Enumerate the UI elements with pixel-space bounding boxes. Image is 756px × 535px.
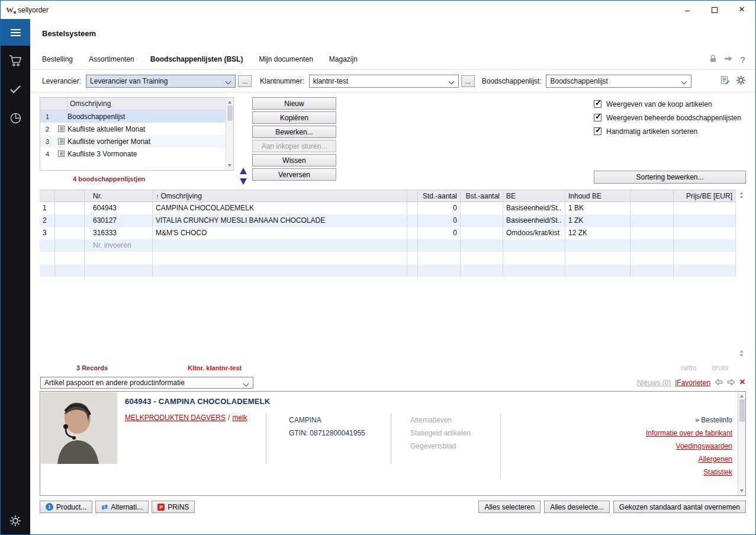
column-pin-top-icon[interactable] xyxy=(739,192,744,200)
alternatieven-button[interactable]: Alternati... xyxy=(95,501,149,513)
checkbox-beheerde-lijsten[interactable] xyxy=(594,114,601,121)
close-info-icon[interactable] xyxy=(739,379,745,387)
column-pin-bottom-icon[interactable] xyxy=(739,350,744,358)
checkbox-label: Weergeven van de koop artikelen xyxy=(606,100,712,108)
klantnummer-value: klantnr-test xyxy=(313,77,348,85)
klantnummer-select[interactable]: klantnr-test xyxy=(309,75,459,88)
nieuw-button[interactable]: Nieuw xyxy=(252,97,336,110)
cell-std-aantal[interactable]: 0 xyxy=(418,227,461,239)
tab-assortimenten[interactable]: Assortimenten xyxy=(89,55,134,63)
sortering-bewerken-button[interactable]: Sortering bewerken... xyxy=(594,171,746,184)
maximize-button[interactable] xyxy=(701,1,728,19)
checkbox-koop-artikelen[interactable] xyxy=(594,100,601,108)
cell-bst-aantal[interactable] xyxy=(461,227,503,239)
minimize-button[interactable] xyxy=(674,1,701,19)
boodschappenlijst-value: Boodschappenlijst xyxy=(550,77,607,85)
product-info-panel: 604943 - CAMPINA CHOCOLADEMELK MELKPRODU… xyxy=(40,391,746,496)
forward-arrow-icon[interactable] xyxy=(723,55,734,64)
article-row[interactable]: 3 316333 M&M'S CHOCO 0 Omdoos/krat/kist … xyxy=(40,227,736,239)
alles-selecteren-button[interactable]: Alles selecteren xyxy=(478,501,541,513)
info-view-select[interactable]: Artikel paspoort en andere productinform… xyxy=(40,377,253,389)
list-row[interactable]: 1 Boodschappenlijst xyxy=(40,110,233,123)
tab-mijn-documenten[interactable]: Mijn documenten xyxy=(259,55,313,63)
column-be[interactable]: BE xyxy=(503,190,565,201)
hamburger-menu-button[interactable] xyxy=(1,19,30,46)
product-button[interactable]: Product... xyxy=(40,501,92,513)
cell-bst-aantal[interactable] xyxy=(461,202,503,214)
prins-button[interactable]: PRiNS xyxy=(152,501,195,513)
bestelinfo-link[interactable]: » Bestelinfo xyxy=(501,414,732,427)
article-entry-row[interactable]: Nr. invoeren xyxy=(40,239,736,252)
column-omschrijving[interactable]: Omschrijving xyxy=(153,190,407,201)
allergenen-link[interactable]: Allergenen xyxy=(699,455,732,463)
article-row[interactable]: 2 630127 VITALIA CRUNCHY MUESLI BANAAN C… xyxy=(40,214,736,227)
column-bst-aantal[interactable]: Bst.-aantal xyxy=(461,190,503,201)
kopieren-button[interactable]: Kopiëren xyxy=(252,111,336,124)
bruto-label: bruto xyxy=(712,364,728,372)
gear-icon[interactable] xyxy=(736,75,746,87)
lock-icon[interactable] xyxy=(709,55,717,65)
leverancier-select[interactable]: Leverancier van Training xyxy=(86,75,236,88)
checkbox-handmatig-sorteren[interactable] xyxy=(594,127,601,135)
close-button[interactable] xyxy=(728,1,755,19)
cell-rownum: 2 xyxy=(40,214,55,227)
cell-bst-aantal[interactable] xyxy=(461,214,503,227)
column-std-aantal[interactable]: Std.-aantal xyxy=(418,190,461,201)
voedingswaarden-link[interactable]: Voedingswaarden xyxy=(676,442,732,450)
tab-magazijn[interactable]: Magazijn xyxy=(329,55,358,63)
column-inhoud-be[interactable]: Inhoud BE xyxy=(565,190,630,201)
leverancier-browse-button[interactable]: ... xyxy=(238,75,252,87)
lists-scrollbar[interactable] xyxy=(226,98,233,170)
column-prijs[interactable]: Prijs/BE [EUR] xyxy=(674,190,736,201)
category-link[interactable]: MELKPRODUKTEN DAGVERS xyxy=(125,414,226,422)
category-separator: / xyxy=(228,414,230,422)
favorieten-link[interactable]: Favorieten xyxy=(677,379,710,387)
settings-gear-icon[interactable] xyxy=(1,506,30,535)
cell-std-aantal[interactable]: 0 xyxy=(418,214,461,227)
move-up-button[interactable] xyxy=(240,168,247,174)
bewerken-button[interactable]: Bewerken... xyxy=(252,126,336,138)
next-arrow-icon[interactable] xyxy=(727,379,735,387)
move-down-button[interactable] xyxy=(240,178,247,185)
scroll-thumb[interactable] xyxy=(739,399,745,422)
tab-bestelling[interactable]: Bestelling xyxy=(42,55,73,63)
scroll-up-icon[interactable] xyxy=(228,101,231,104)
list-row[interactable]: 4 Kaufliste 3 Vormonate xyxy=(40,148,233,160)
tab-boodschappenlijsten[interactable]: Boodschappenlijsten (BSL) xyxy=(150,55,243,63)
wissen-button[interactable]: Wissen xyxy=(252,154,336,166)
alles-deselecteren-button[interactable]: Alles deselecte... xyxy=(544,501,610,513)
standaard-aantal-overnemen-button[interactable]: Gekozen standaard aantal overnemen xyxy=(613,501,746,513)
lists-section: Omschrijving 1 Boodschappenlijst 2 Kaufl… xyxy=(30,92,755,187)
prev-arrow-icon[interactable] xyxy=(715,379,723,387)
column-nr[interactable]: Nr. xyxy=(85,190,153,201)
scroll-down-icon[interactable] xyxy=(740,489,744,492)
list-row[interactable]: 3 Kaufliste vorheriger Monat xyxy=(40,135,233,148)
nieuws-link[interactable]: Nieuws (0) xyxy=(637,379,671,387)
verversen-button[interactable]: Verversen xyxy=(252,168,336,181)
scroll-thumb[interactable] xyxy=(227,105,233,121)
info-panel-scrollbar[interactable] xyxy=(738,392,745,495)
cell-std-aantal[interactable]: 0 xyxy=(418,202,461,214)
empty-row xyxy=(40,264,736,277)
product-title: 604943 - CAMPINA CHOCOLADEMELK xyxy=(125,397,738,406)
klantnummer-browse-button[interactable]: ... xyxy=(461,75,475,87)
article-row[interactable]: 1 604943 CAMPINA CHOCOLADEMELK 0 Basisee… xyxy=(40,202,736,214)
scroll-down-icon[interactable] xyxy=(228,164,231,167)
list-journal-icon xyxy=(54,126,67,132)
cell-rownum: 1 xyxy=(40,202,55,214)
help-icon[interactable] xyxy=(740,55,745,65)
lists-column-header[interactable]: Omschrijving xyxy=(67,100,111,108)
page-title: Bestelsysteem xyxy=(30,19,755,46)
edit-list-icon[interactable] xyxy=(720,75,730,87)
scroll-up-icon[interactable] xyxy=(740,395,744,398)
list-row[interactable]: 2 Kaufliste aktueller Monat xyxy=(40,123,233,135)
product-info-toolbar: Artikel paspoort en andere productinform… xyxy=(30,376,755,389)
fabrikant-link[interactable]: Informatie over de fabrikant xyxy=(646,429,732,437)
pie-chart-icon[interactable] xyxy=(1,104,30,133)
checkmark-icon[interactable] xyxy=(1,75,30,104)
boodschappenlijst-select[interactable]: Boodschappenlijst xyxy=(546,75,691,88)
subcategory-link[interactable]: melk xyxy=(232,414,247,422)
cart-icon[interactable] xyxy=(1,46,30,75)
nr-entry-placeholder[interactable]: Nr. invoeren xyxy=(85,239,153,252)
statistiek-link[interactable]: Statistiek xyxy=(703,468,732,476)
